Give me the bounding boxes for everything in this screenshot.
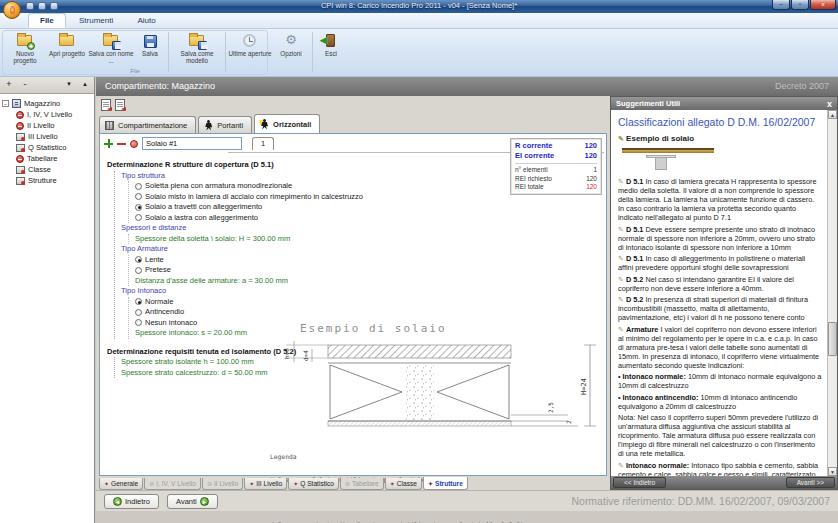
- minimize-button[interactable]: ‒: [772, 0, 790, 10]
- opzioni-button[interactable]: ⚙ Opzioni: [272, 31, 310, 57]
- pencil-icon: ✎: [618, 326, 624, 333]
- salva-button[interactable]: Salva: [134, 31, 166, 57]
- tab-compartimentazione[interactable]: Compartimentazione: [99, 116, 196, 133]
- radio-option[interactable]: Soletta piena con armatura monodireziona…: [135, 181, 442, 192]
- nuovo-progetto-button[interactable]: + Nuovo progetto: [4, 31, 46, 64]
- level-gray-icon: [16, 166, 25, 174]
- apri-progetto-button[interactable]: Apri progetto: [46, 31, 88, 57]
- radio-option[interactable]: Solaio a lastra con alleggerimento: [135, 213, 442, 224]
- group-title-spessori: Spessori e distanze: [121, 223, 442, 234]
- scroll-down-icon[interactable]: ▼: [828, 467, 837, 476]
- menu-tab-file[interactable]: File: [28, 13, 66, 28]
- suggestion-paragraph: ✎ D 5.2 Nel caso si intendano garantire …: [618, 275, 822, 293]
- bottom-tab-generale[interactable]: ✦Generale: [99, 478, 143, 490]
- radio-option[interactable]: Normale: [135, 297, 442, 308]
- radio-icon[interactable]: [135, 267, 142, 274]
- structure-tabs: Compartimentazione Portanti Orizzontali: [99, 114, 322, 133]
- bottom-tab-strip: ✦Generale ⊘I, IV, V Livello ⊘II Livello …: [99, 477, 607, 490]
- group-title-tipo-armature: Tipo Armature: [121, 244, 442, 255]
- bottom-tab-classe[interactable]: ✦Classe: [385, 478, 422, 490]
- quick-access-icon[interactable]: [26, 2, 34, 10]
- menu-tab-aiuto[interactable]: Aiuto: [126, 14, 166, 27]
- app-logo-icon[interactable]: [3, 1, 21, 19]
- bottom-tab-livello-2: ⊘II Livello: [202, 478, 243, 490]
- suggestions-scrollbar[interactable]: ▲ ▼: [827, 110, 837, 476]
- tree-add-button[interactable]: +: [3, 79, 15, 91]
- paste-icon[interactable]: [115, 99, 125, 111]
- remove-solaio-icon[interactable]: [117, 139, 126, 148]
- close-button[interactable]: x: [810, 0, 836, 10]
- close-icon[interactable]: x: [827, 99, 832, 109]
- scroll-thumb[interactable]: [828, 322, 837, 356]
- tree-move-up-button[interactable]: ▲: [79, 79, 91, 91]
- suggestion-paragraph: ✎ Armature I valori del copriferro non d…: [618, 325, 822, 370]
- radio-option[interactable]: Lente: [135, 255, 442, 266]
- ultime-aperture-button[interactable]: Ultime aperture: [228, 31, 272, 57]
- menu-tab-strumenti[interactable]: Strumenti: [68, 14, 124, 27]
- esci-button[interactable]: ◀ Esci: [315, 31, 347, 57]
- radio-option[interactable]: Solaio a travetti con alleggerimento: [135, 202, 442, 213]
- tree-move-down-button[interactable]: ▼: [63, 79, 75, 91]
- radio-option[interactable]: Antincendio: [135, 307, 442, 318]
- tree-node-strutture[interactable]: Strutture: [2, 175, 92, 186]
- tree-remove-button[interactable]: -: [19, 79, 31, 91]
- tree-toolbar: + - ▼ ▲: [0, 77, 94, 94]
- radio-icon[interactable]: [135, 256, 142, 263]
- scroll-up-icon[interactable]: ▲: [828, 110, 837, 119]
- radio-option[interactable]: Solaio misto in lamiera di acciaio con r…: [135, 192, 442, 203]
- person-icon: [203, 120, 214, 131]
- solaio-select[interactable]: Solaio #1: [142, 137, 242, 150]
- tree-node-livello-3[interactable]: III Livello: [2, 131, 92, 142]
- tab-orizzontali[interactable]: Orizzontali: [254, 114, 320, 133]
- level-red-icon: [16, 122, 24, 130]
- t-beam-diagram: [622, 146, 718, 170]
- radio-icon[interactable]: [135, 183, 142, 190]
- radio-icon[interactable]: [135, 309, 142, 316]
- level-gray-icon: [16, 144, 25, 152]
- radio-icon[interactable]: [135, 298, 142, 305]
- bottom-tab-livello-3[interactable]: ✦III Livello: [244, 478, 287, 490]
- radio-icon[interactable]: [135, 193, 142, 200]
- tree-node-root[interactable]: - Magazzino: [2, 98, 92, 109]
- footer: ◂ Indietro Avanti ▸ Normative riferiment…: [96, 490, 838, 511]
- suggestions-back-button[interactable]: << Indietro: [613, 477, 666, 488]
- arrow-right-icon: ▸: [200, 497, 209, 506]
- quick-access-toolbar: [26, 2, 58, 10]
- normative-status: Normative riferimento: DD.MM. 16/02/2007…: [571, 495, 830, 507]
- bottom-tab-strutture[interactable]: ✦Strutture: [423, 477, 468, 490]
- collapse-icon[interactable]: -: [2, 100, 9, 107]
- indietro-button[interactable]: ◂ Indietro: [104, 494, 159, 509]
- tree-node-tabellare[interactable]: Tabellare: [2, 153, 92, 164]
- tree-node-classe[interactable]: Classe: [2, 164, 92, 175]
- avanti-button[interactable]: Avanti ▸: [167, 494, 218, 509]
- tree-node-q-statistico[interactable]: Q Statistico: [2, 142, 92, 153]
- quick-access-icon[interactable]: [50, 2, 58, 10]
- salva-con-nome-button[interactable]: Salva con nome ...: [88, 31, 134, 64]
- tree-node-livelli-1-4-5[interactable]: I, IV, V Livello: [2, 109, 92, 120]
- tab-portanti[interactable]: Portanti: [198, 116, 252, 133]
- radio-icon[interactable]: [135, 214, 142, 221]
- level-gray-icon: [16, 177, 25, 185]
- record-dot-icon[interactable]: [130, 140, 138, 148]
- salva-come-modello-button[interactable]: Salva come modello: [171, 31, 223, 64]
- maximize-button[interactable]: ▫: [791, 0, 809, 10]
- tree-node-livello-2[interactable]: II Livello: [2, 120, 92, 131]
- suggestions-next-button[interactable]: Avanti >>: [786, 477, 835, 488]
- suggestions-nav: << Indietro Avanti >>: [611, 476, 837, 489]
- suggestion-note: Nota: Nel caso il copriferro superi 50mm…: [618, 413, 822, 458]
- radio-icon[interactable]: [135, 319, 142, 326]
- add-solaio-icon[interactable]: [104, 139, 113, 148]
- building-icon: [12, 99, 21, 108]
- recent-files-icon: [241, 32, 259, 49]
- page-tab-1[interactable]: 1: [252, 137, 274, 150]
- radio-option[interactable]: Pretese: [135, 265, 442, 276]
- solaio-drawing: h=8 d=4 2,5 2 H=24: [268, 337, 610, 437]
- pencil-icon: ✎: [618, 178, 624, 185]
- decree-label: Decreto 2007: [775, 77, 829, 96]
- quick-access-icon[interactable]: [38, 2, 46, 10]
- bullet-icon: •: [618, 372, 621, 381]
- bottom-tab-q-statistico[interactable]: ✦Q Statistico: [288, 478, 339, 490]
- radio-icon[interactable]: [135, 204, 142, 211]
- ribbon: File + Nuovo progetto Apri progetto Salv…: [0, 29, 838, 77]
- copy-icon[interactable]: [101, 99, 111, 111]
